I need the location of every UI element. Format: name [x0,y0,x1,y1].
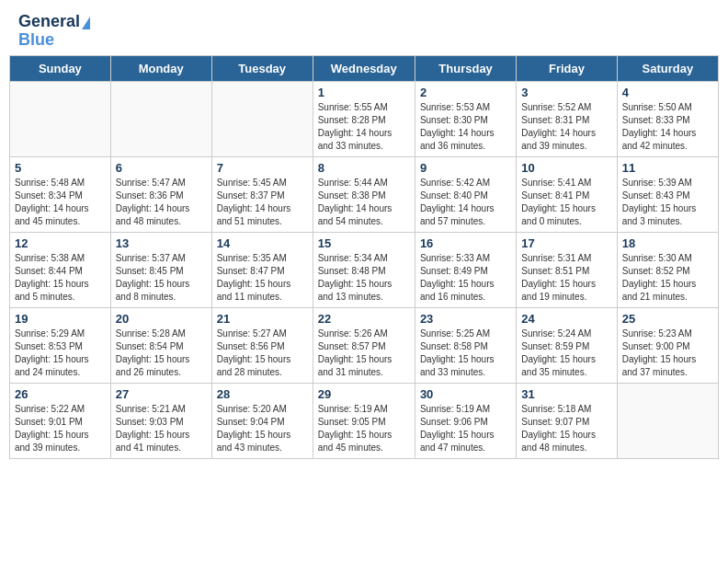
calendar-cell: 1Sunrise: 5:55 AM Sunset: 8:28 PM Daylig… [313,81,415,156]
calendar-cell: 13Sunrise: 5:37 AM Sunset: 8:45 PM Dayli… [110,232,211,307]
weekday-header-saturday: Saturday [617,55,718,81]
calendar-cell: 28Sunrise: 5:20 AM Sunset: 9:04 PM Dayli… [211,383,313,458]
calendar-container: SundayMondayTuesdayWednesdayThursdayFrid… [0,55,728,468]
day-number: 5 [15,161,106,175]
day-number: 25 [622,312,713,326]
day-info: Sunrise: 5:30 AM Sunset: 8:52 PM Dayligh… [622,252,713,304]
day-number: 24 [521,312,611,326]
calendar-cell [617,383,718,458]
calendar-cell: 29Sunrise: 5:19 AM Sunset: 9:05 PM Dayli… [313,383,415,458]
calendar-cell [10,81,111,156]
day-info: Sunrise: 5:22 AM Sunset: 9:01 PM Dayligh… [15,403,106,454]
day-info: Sunrise: 5:38 AM Sunset: 8:44 PM Dayligh… [15,252,106,304]
day-number: 31 [521,387,611,401]
day-number: 13 [116,236,207,250]
day-info: Sunrise: 5:42 AM Sunset: 8:40 PM Dayligh… [420,177,511,228]
day-info: Sunrise: 5:33 AM Sunset: 8:49 PM Dayligh… [420,252,511,304]
calendar-cell: 3Sunrise: 5:52 AM Sunset: 8:31 PM Daylig… [517,81,617,156]
logo-text-general: General [18,13,80,31]
day-info: Sunrise: 5:37 AM Sunset: 8:45 PM Dayligh… [116,252,207,304]
weekday-header-row: SundayMondayTuesdayWednesdayThursdayFrid… [10,55,719,81]
day-info: Sunrise: 5:48 AM Sunset: 8:34 PM Dayligh… [15,177,106,228]
weekday-header-friday: Friday [517,55,617,81]
calendar-week-row: 12Sunrise: 5:38 AM Sunset: 8:44 PM Dayli… [10,232,719,307]
day-number: 17 [521,236,611,250]
weekday-header-tuesday: Tuesday [211,55,313,81]
day-info: Sunrise: 5:18 AM Sunset: 9:07 PM Dayligh… [521,403,611,454]
day-info: Sunrise: 5:41 AM Sunset: 8:41 PM Dayligh… [521,177,611,228]
weekday-header-sunday: Sunday [10,55,111,81]
logo: General Blue [18,13,90,50]
day-number: 9 [420,161,511,175]
day-number: 28 [217,387,308,401]
day-info: Sunrise: 5:19 AM Sunset: 9:05 PM Dayligh… [318,403,410,454]
calendar-cell: 31Sunrise: 5:18 AM Sunset: 9:07 PM Dayli… [517,383,617,458]
day-number: 20 [116,312,207,326]
day-info: Sunrise: 5:26 AM Sunset: 8:57 PM Dayligh… [318,327,410,379]
calendar-cell: 16Sunrise: 5:33 AM Sunset: 8:49 PM Dayli… [415,232,516,307]
calendar-cell: 17Sunrise: 5:31 AM Sunset: 8:51 PM Dayli… [517,232,617,307]
weekday-header-monday: Monday [110,55,211,81]
calendar-cell: 20Sunrise: 5:28 AM Sunset: 8:54 PM Dayli… [110,307,211,383]
day-number: 7 [217,161,308,175]
calendar-cell: 5Sunrise: 5:48 AM Sunset: 8:34 PM Daylig… [10,156,111,232]
day-number: 26 [15,387,106,401]
calendar-cell: 19Sunrise: 5:29 AM Sunset: 8:53 PM Dayli… [10,307,111,383]
calendar-cell: 8Sunrise: 5:44 AM Sunset: 8:38 PM Daylig… [313,156,415,232]
day-info: Sunrise: 5:55 AM Sunset: 8:28 PM Dayligh… [318,101,410,153]
day-info: Sunrise: 5:20 AM Sunset: 9:04 PM Dayligh… [217,403,308,454]
calendar-cell: 10Sunrise: 5:41 AM Sunset: 8:41 PM Dayli… [517,156,617,232]
calendar-cell [110,81,211,156]
day-info: Sunrise: 5:23 AM Sunset: 9:00 PM Dayligh… [622,327,713,379]
logo-text-blue: Blue [18,30,54,49]
day-info: Sunrise: 5:44 AM Sunset: 8:38 PM Dayligh… [318,177,410,228]
day-info: Sunrise: 5:50 AM Sunset: 8:33 PM Dayligh… [622,101,713,153]
day-number: 30 [420,387,511,401]
calendar-cell [211,81,313,156]
calendar-week-row: 1Sunrise: 5:55 AM Sunset: 8:28 PM Daylig… [10,81,719,156]
calendar-week-row: 5Sunrise: 5:48 AM Sunset: 8:34 PM Daylig… [10,156,719,232]
weekday-header-thursday: Thursday [415,55,516,81]
day-number: 3 [521,86,611,99]
day-number: 1 [318,86,410,99]
weekday-header-wednesday: Wednesday [313,55,415,81]
day-info: Sunrise: 5:27 AM Sunset: 8:56 PM Dayligh… [217,327,308,379]
day-number: 12 [15,236,106,250]
calendar-cell: 7Sunrise: 5:45 AM Sunset: 8:37 PM Daylig… [211,156,313,232]
day-info: Sunrise: 5:28 AM Sunset: 8:54 PM Dayligh… [116,327,207,379]
day-number: 8 [318,161,410,175]
day-info: Sunrise: 5:39 AM Sunset: 8:43 PM Dayligh… [622,177,713,228]
calendar-cell: 25Sunrise: 5:23 AM Sunset: 9:00 PM Dayli… [617,307,718,383]
calendar-body: 1Sunrise: 5:55 AM Sunset: 8:28 PM Daylig… [10,81,719,458]
calendar-table: SundayMondayTuesdayWednesdayThursdayFrid… [9,55,719,459]
day-info: Sunrise: 5:35 AM Sunset: 8:47 PM Dayligh… [217,252,308,304]
calendar-week-row: 19Sunrise: 5:29 AM Sunset: 8:53 PM Dayli… [10,307,719,383]
calendar-cell: 14Sunrise: 5:35 AM Sunset: 8:47 PM Dayli… [211,232,313,307]
calendar-cell: 23Sunrise: 5:25 AM Sunset: 8:58 PM Dayli… [415,307,516,383]
day-info: Sunrise: 5:45 AM Sunset: 8:37 PM Dayligh… [217,177,308,228]
day-number: 29 [318,387,410,401]
day-number: 27 [116,387,207,401]
calendar-cell: 24Sunrise: 5:24 AM Sunset: 8:59 PM Dayli… [517,307,617,383]
day-number: 18 [622,236,713,250]
calendar-cell: 9Sunrise: 5:42 AM Sunset: 8:40 PM Daylig… [415,156,516,232]
day-number: 16 [420,236,511,250]
day-number: 2 [420,86,511,99]
day-number: 10 [521,161,611,175]
calendar-cell: 12Sunrise: 5:38 AM Sunset: 8:44 PM Dayli… [10,232,111,307]
page-header: General Blue [0,0,728,55]
calendar-cell: 4Sunrise: 5:50 AM Sunset: 8:33 PM Daylig… [617,81,718,156]
day-info: Sunrise: 5:47 AM Sunset: 8:36 PM Dayligh… [116,177,207,228]
calendar-header: SundayMondayTuesdayWednesdayThursdayFrid… [10,55,719,81]
day-info: Sunrise: 5:24 AM Sunset: 8:59 PM Dayligh… [521,327,611,379]
calendar-week-row: 26Sunrise: 5:22 AM Sunset: 9:01 PM Dayli… [10,383,719,458]
day-number: 22 [318,312,410,326]
calendar-cell: 15Sunrise: 5:34 AM Sunset: 8:48 PM Dayli… [313,232,415,307]
day-number: 19 [15,312,106,326]
calendar-cell: 11Sunrise: 5:39 AM Sunset: 8:43 PM Dayli… [617,156,718,232]
calendar-cell: 21Sunrise: 5:27 AM Sunset: 8:56 PM Dayli… [211,307,313,383]
day-info: Sunrise: 5:52 AM Sunset: 8:31 PM Dayligh… [521,101,611,153]
calendar-cell: 22Sunrise: 5:26 AM Sunset: 8:57 PM Dayli… [313,307,415,383]
calendar-cell: 30Sunrise: 5:19 AM Sunset: 9:06 PM Dayli… [415,383,516,458]
logo-triangle-icon [82,17,90,29]
